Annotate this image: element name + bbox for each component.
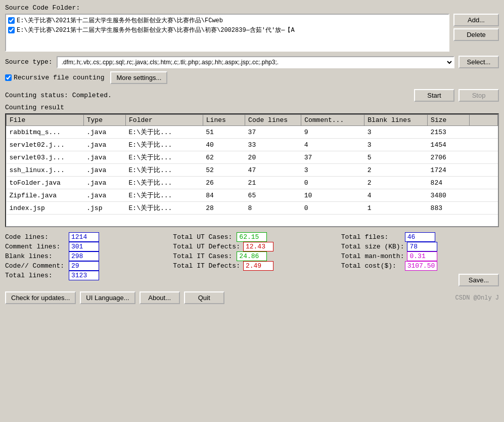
select-button[interactable]: Select...: [459, 56, 499, 68]
table-cell-size: 1454: [428, 139, 470, 151]
stat-total-lines: Total lines: 3123: [5, 271, 163, 280]
table-cell-code: 37: [245, 126, 301, 139]
stat-comment-lines: Comment lines: 301: [5, 242, 163, 251]
total-ut-defects-value: 12.43: [243, 242, 273, 251]
source-folder-section: E:\关于比赛\2021第十二届大学生服务外包创新创业大赛\比赛作品\FCweb…: [5, 14, 499, 52]
counting-status-value: Completed.: [72, 92, 414, 99]
comment-lines-value: 301: [69, 242, 99, 251]
col-header-comment: Comment...: [301, 115, 364, 126]
total-files-label: Total files:: [341, 233, 402, 241]
total-files-value: 46: [405, 232, 435, 242]
table-cell-size: 883: [428, 202, 470, 215]
folder-checkbox-2[interactable]: [8, 27, 15, 33]
total-ut-defects-label: Total UT Defects:: [173, 243, 240, 250]
col-header-size: Size: [428, 115, 470, 126]
stat-code-lines: Code lines: 1214: [5, 232, 163, 242]
counting-status-label: Counting status:: [5, 92, 68, 99]
watermark: CSDN @Only J: [455, 294, 499, 302]
source-type-select[interactable]: .dfm;.h;.vb;.cs;.cpp;.sql;.rc;.java;.cls…: [57, 56, 454, 68]
table-cell-code: 21: [245, 177, 301, 189]
table-cell-lines: 40: [203, 139, 245, 151]
table-cell-code: 47: [245, 164, 301, 177]
table-row: rabbitmq_s....javaE:\关于比...5137932153: [7, 126, 498, 139]
table-cell-extra: [470, 151, 498, 164]
results-table: File Type Folder Lines Code lines Commen…: [6, 114, 498, 215]
table-cell-extra: [470, 189, 498, 202]
table-cell-blank: 2: [364, 177, 428, 189]
stats-col-2: Total UT Cases: 62.15 Total UT Defects: …: [173, 232, 331, 286]
source-folder-label: Source Code Folder:: [5, 4, 499, 12]
table-row: Zipfile.java.javaE:\关于比...84651043480: [7, 189, 498, 202]
table-cell-file: index.jsp: [7, 202, 84, 215]
table-cell-size: 2153: [428, 126, 470, 139]
table-row: index.jsp.jspE:\关于比...28801883: [7, 202, 498, 215]
table-cell-file: rabbitmq_s...: [7, 126, 84, 139]
stat-total-it-defects: Total IT Defects: 2.49: [173, 261, 331, 271]
col-header-blank: Blank lines: [364, 115, 428, 126]
col-header-type: Type: [83, 115, 125, 126]
stat-total-ut-defects: Total UT Defects: 12.43: [173, 242, 331, 251]
table-cell-folder: E:\关于比...: [126, 164, 203, 177]
quit-button[interactable]: Quit: [184, 291, 224, 304]
stat-total-size: Total size (KB): 78: [341, 242, 499, 251]
blank-lines-label: Blank lines:: [5, 252, 66, 260]
folder-list: E:\关于比赛\2021第十二届大学生服务外包创新创业大赛\比赛作品\FCweb…: [5, 14, 449, 52]
results-table-container[interactable]: File Type Folder Lines Code lines Commen…: [5, 113, 499, 227]
total-ut-cases-value: 62.15: [237, 232, 267, 242]
table-cell-blank: 3: [364, 139, 428, 151]
check-updates-button[interactable]: Check for updates...: [5, 291, 76, 304]
table-cell-folder: E:\关于比...: [126, 189, 203, 202]
delete-button[interactable]: Delete: [453, 28, 499, 41]
ui-language-button[interactable]: UI Language...: [80, 291, 135, 304]
folder-path-2: E:\关于比赛\2021第十二届大学生服务外包创新创业大赛\比赛作品\初赛\20…: [17, 26, 295, 34]
code-comment-label: Code// Comment:: [5, 262, 66, 270]
add-button[interactable]: Add...: [453, 14, 499, 26]
stop-button[interactable]: Stop: [459, 89, 499, 102]
table-cell-blank: 5: [364, 151, 428, 164]
stats-col-1: Code lines: 1214 Comment lines: 301 Blan…: [5, 232, 163, 286]
table-cell-folder: E:\关于比...: [126, 139, 203, 151]
table-cell-blank: 2: [364, 164, 428, 177]
code-lines-value: 1214: [69, 232, 99, 242]
bottom-row: Check for updates... UI Language... Abou…: [5, 291, 499, 304]
table-cell-extra: [470, 164, 498, 177]
recursive-label[interactable]: Recursive file counting: [5, 74, 104, 81]
table-cell-lines: 84: [203, 189, 245, 202]
table-row: toFolder.java.javaE:\关于比...262102824: [7, 177, 498, 189]
total-man-month-value: 0.31: [407, 251, 437, 261]
table-cell-comment: 4: [301, 139, 364, 151]
table-cell-lines: 51: [203, 126, 245, 139]
about-button[interactable]: About...: [140, 291, 180, 304]
total-size-label: Total size (KB):: [341, 243, 404, 250]
bottom-buttons: Check for updates... UI Language... Abou…: [5, 291, 224, 304]
folder-checkbox-1[interactable]: [8, 17, 15, 24]
table-cell-folder: E:\关于比...: [126, 151, 203, 164]
start-button[interactable]: Start: [414, 89, 454, 102]
total-cost-value: 3107.50: [405, 261, 438, 271]
stat-code-comment: Code// Comment: 29: [5, 261, 163, 271]
total-lines-label: Total lines:: [5, 272, 66, 279]
table-cell-lines: 28: [203, 202, 245, 215]
folder-item-1: E:\关于比赛\2021第十二届大学生服务外包创新创业大赛\比赛作品\FCweb: [8, 16, 446, 25]
source-type-label: Source type:: [5, 58, 53, 66]
total-lines-value: 3123: [69, 271, 99, 280]
col-header-code: Code lines: [245, 115, 301, 126]
recursive-checkbox[interactable]: [5, 74, 12, 81]
total-it-cases-label: Total IT Cases:: [173, 252, 234, 260]
status-row: Counting status: Completed. Start Stop: [5, 89, 499, 102]
table-cell-lines: 52: [203, 164, 245, 177]
comment-lines-label: Comment lines:: [5, 243, 66, 250]
recursive-text: Recursive file counting: [14, 74, 104, 81]
stat-blank-lines: Blank lines: 298: [5, 251, 163, 261]
save-button[interactable]: Save...: [459, 274, 499, 286]
more-settings-button[interactable]: More settings...: [110, 71, 167, 84]
table-cell-comment: 9: [301, 126, 364, 139]
table-cell-blank: 1: [364, 202, 428, 215]
table-cell-type: .java: [83, 139, 125, 151]
table-cell-comment: 10: [301, 189, 364, 202]
total-cost-label: Total cost($):: [341, 262, 402, 270]
table-cell-comment: 0: [301, 177, 364, 189]
col-header-extra: [470, 115, 498, 126]
table-body: rabbitmq_s....javaE:\关于比...5137932153ser…: [7, 126, 498, 215]
table-cell-code: 33: [245, 139, 301, 151]
